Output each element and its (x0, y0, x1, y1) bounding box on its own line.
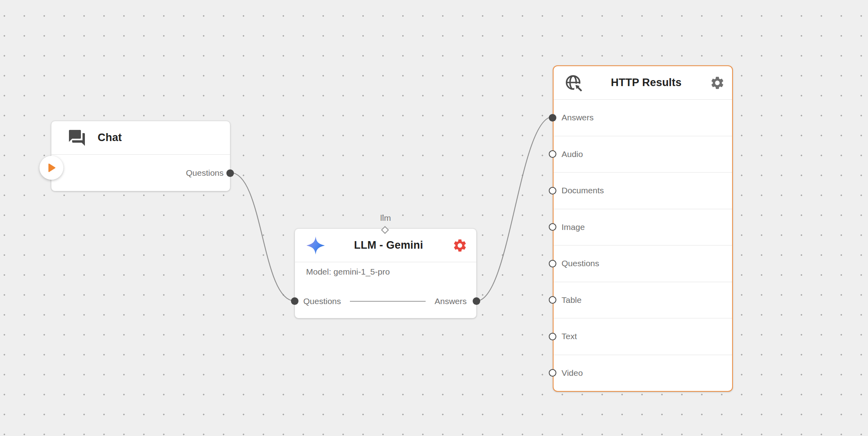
llm-ports-row: Questions Answers (295, 296, 476, 306)
port-label: Questions (562, 259, 599, 268)
port-label: Text (562, 332, 577, 341)
gear-icon (710, 75, 725, 90)
flow-type-label: llm (295, 213, 476, 223)
play-icon (45, 162, 57, 174)
node-llm-gemini[interactable]: llm LLM - Gemini Model: gemini (295, 228, 477, 318)
port-row: Questions (554, 245, 732, 282)
port-http-image-input[interactable] (549, 223, 556, 231)
port-row: Documents (554, 172, 732, 209)
node-title: Chat (98, 132, 122, 144)
port-label: Audio (562, 149, 583, 159)
port-http-audio-input[interactable] (549, 150, 556, 158)
port-label: Table (562, 295, 581, 305)
globe-arrow-icon (564, 74, 583, 92)
port-label: Questions (303, 297, 341, 306)
port-label: Answers (562, 113, 594, 122)
settings-button[interactable] (452, 238, 467, 253)
connection-chat-to-llm[interactable] (230, 173, 295, 301)
port-label: Answers (434, 297, 467, 306)
port-row: Table (554, 282, 732, 318)
connection-llm-to-http[interactable] (477, 117, 553, 301)
http-node-header: HTTP Results (554, 66, 732, 100)
port-row: Audio (554, 136, 732, 173)
node-title: HTTP Results (583, 77, 710, 89)
chat-node-body: Questions (51, 155, 230, 191)
port-http-text-input[interactable] (549, 333, 556, 340)
port-http-answers-input[interactable] (549, 114, 556, 122)
port-label: Video (562, 368, 583, 378)
port-http-table-input[interactable] (549, 296, 556, 304)
play-button[interactable] (39, 156, 63, 180)
port-row: Text (554, 318, 732, 355)
port-http-video-input[interactable] (549, 369, 556, 377)
gemini-sparkle-icon (306, 236, 325, 255)
port-chat-questions-output[interactable] (226, 169, 234, 177)
port-http-questions-input[interactable] (549, 260, 556, 267)
chat-node-header: Chat (51, 121, 230, 155)
port-llm-answers-output[interactable] (473, 297, 480, 305)
llm-node-header: LLM - Gemini (295, 229, 476, 262)
port-label: Image (562, 222, 585, 232)
flow-canvas[interactable]: Chat Questions llm (0, 0, 868, 436)
model-text: Model: gemini-1_5-pro (306, 267, 476, 277)
settings-button[interactable] (710, 75, 725, 90)
port-label: Documents (562, 186, 604, 195)
node-http-results[interactable]: HTTP Results Answers Audio Documents (553, 65, 733, 392)
http-ports-list: Answers Audio Documents Image Questions … (554, 100, 732, 391)
question-answer-icon (67, 128, 86, 147)
internal-wire-line (350, 301, 426, 302)
port-llm-questions-input[interactable] (291, 297, 298, 305)
gear-icon (452, 238, 467, 253)
node-title: LLM - Gemini (325, 239, 452, 251)
port-label: Questions (186, 168, 224, 178)
port-row: Video (554, 355, 732, 391)
port-row: Answers (554, 100, 732, 136)
node-chat[interactable]: Chat Questions (51, 121, 230, 191)
port-row: Image (554, 209, 732, 245)
port-http-documents-input[interactable] (549, 187, 556, 194)
